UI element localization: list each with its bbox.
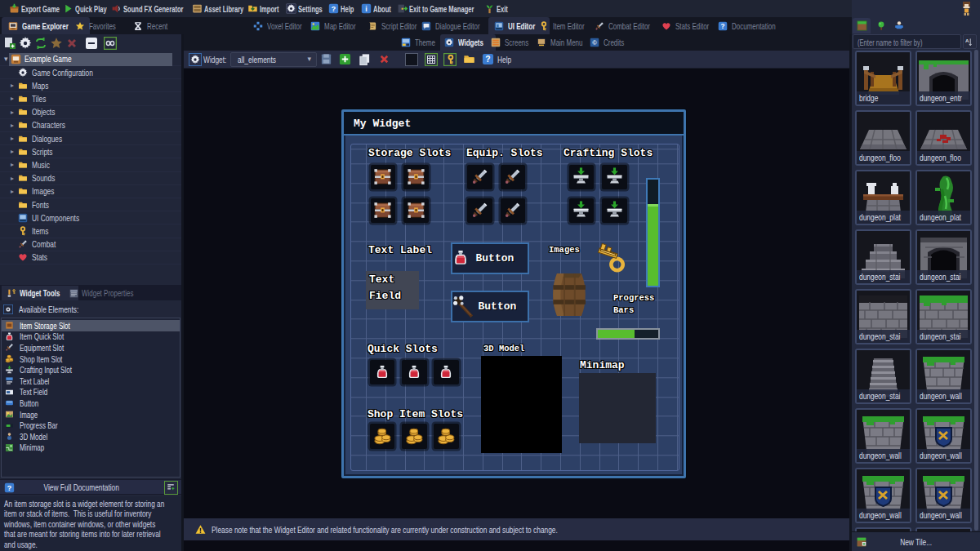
svg-text:©: ©: [592, 39, 597, 47]
svg-text:A: A: [965, 38, 969, 43]
svg-text:?: ?: [332, 5, 336, 13]
svg-text:i: i: [365, 5, 367, 13]
